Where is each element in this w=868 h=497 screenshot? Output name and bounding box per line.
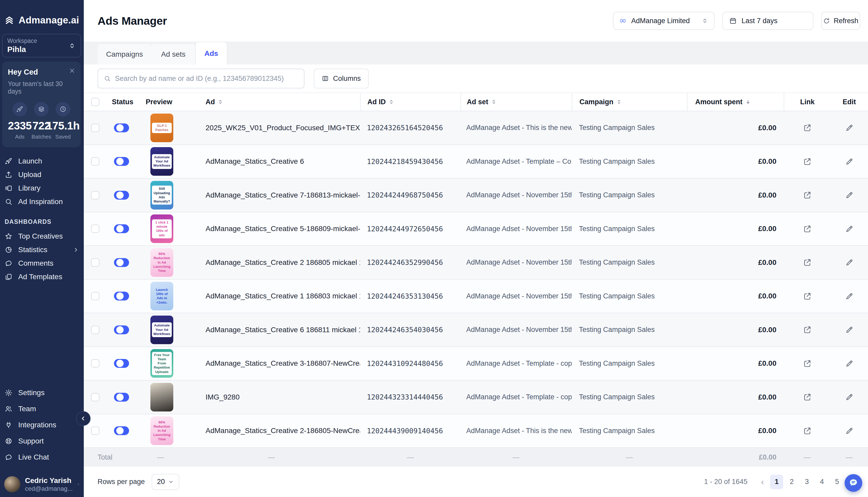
column-header-campaign[interactable]: Campaign: [571, 93, 687, 111]
tab-campaigns[interactable]: Campaigns: [98, 44, 151, 65]
ad-preview-thumb[interactable]: 90% Reduction in Ad Launching Time: [150, 248, 173, 277]
ad-name[interactable]: IMG_9280: [183, 393, 360, 401]
sidebar-item-integrations[interactable]: Integrations: [0, 417, 84, 433]
column-header-ad-set[interactable]: Ad set: [460, 93, 571, 111]
external-link-icon[interactable]: [803, 292, 811, 300]
ad-name[interactable]: AdManage_Statics_Creative 2-186805-NewCr…: [183, 427, 360, 435]
sidebar-item-ad-templates[interactable]: Ad Templates: [0, 270, 84, 284]
row-checkbox[interactable]: [91, 258, 99, 267]
edit-pencil-icon[interactable]: [845, 393, 853, 401]
sidebar-collapse-button[interactable]: [76, 411, 91, 426]
status-toggle[interactable]: [114, 157, 129, 166]
external-link-icon[interactable]: [803, 326, 811, 334]
column-header-amount-spent[interactable]: Amount spent: [687, 93, 784, 111]
column-header-preview[interactable]: Preview: [138, 93, 183, 111]
ad-preview-thumb[interactable]: Still Uploading Ads Manually?: [150, 181, 173, 210]
edit-pencil-icon[interactable]: [845, 124, 853, 132]
ad-preview-thumb[interactable]: 90% Reduction in Ad Launching Time: [150, 416, 173, 445]
row-checkbox[interactable]: [91, 225, 99, 233]
edit-pencil-icon[interactable]: [845, 258, 853, 267]
pagination-prev-button[interactable]: ‹: [757, 477, 768, 487]
row-checkbox[interactable]: [91, 157, 99, 166]
ad-name[interactable]: AdManage_Statics_Creative 7-186813-micka…: [183, 191, 360, 199]
ad-name[interactable]: AdManage_Statics_Creative 2 186805 micka…: [183, 258, 360, 267]
status-toggle[interactable]: [114, 292, 129, 300]
sidebar-item-statistics[interactable]: Statistics: [0, 243, 84, 257]
tab-ads[interactable]: Ads: [195, 42, 228, 65]
edit-pencil-icon[interactable]: [845, 225, 853, 233]
refresh-button[interactable]: Refresh: [821, 12, 860, 30]
edit-pencil-icon[interactable]: [845, 157, 853, 166]
external-link-icon[interactable]: [803, 427, 811, 435]
account-selector[interactable]: AdManage Limited: [613, 12, 715, 30]
search-input[interactable]: [115, 75, 298, 83]
chat-widget-button[interactable]: [844, 474, 862, 492]
sidebar-item-library[interactable]: Library: [0, 182, 84, 195]
sidebar-item-launch[interactable]: Launch: [0, 154, 84, 168]
external-link-icon[interactable]: [803, 393, 811, 401]
ad-preview-thumb[interactable]: [150, 383, 173, 411]
status-toggle[interactable]: [114, 426, 129, 435]
external-link-icon[interactable]: [803, 359, 811, 368]
sidebar-item-team[interactable]: Team: [0, 401, 84, 417]
ad-name[interactable]: AdManage_Statics_Creative 5-186809-micka…: [183, 225, 360, 233]
ad-preview-thumb[interactable]: GLP-1 Patches: [150, 114, 173, 142]
edit-pencil-icon[interactable]: [845, 191, 853, 199]
external-link-icon[interactable]: [803, 157, 811, 166]
date-range-picker[interactable]: Last 7 days: [722, 12, 813, 30]
sidebar-item-comments[interactable]: Comments: [0, 257, 84, 270]
page-button[interactable]: 1: [770, 475, 783, 489]
page-button[interactable]: 4: [815, 475, 828, 489]
status-toggle[interactable]: [114, 258, 129, 267]
sidebar-item-ad-inspiration[interactable]: Ad Inspiration: [0, 195, 84, 209]
tab-ad-sets[interactable]: Ad sets: [151, 44, 195, 65]
status-toggle[interactable]: [114, 393, 129, 402]
status-toggle[interactable]: [114, 359, 129, 368]
row-checkbox[interactable]: [91, 191, 99, 199]
rows-per-page-select[interactable]: 20: [152, 474, 179, 490]
ad-preview-thumb[interactable]: Automate Your Ad Workflows: [150, 315, 173, 344]
user-menu[interactable]: Cedric Yarish ced@admanag...: [0, 476, 84, 492]
sidebar-item-upload[interactable]: Upload: [0, 168, 84, 182]
column-header-status[interactable]: Status: [102, 93, 138, 111]
edit-pencil-icon[interactable]: [845, 292, 853, 300]
ad-name[interactable]: AdManage_Statics_Creative 6: [183, 157, 360, 166]
external-link-icon[interactable]: [803, 225, 811, 233]
columns-button[interactable]: Columns: [314, 69, 369, 88]
sidebar-item-support[interactable]: Support: [0, 433, 84, 449]
external-link-icon[interactable]: [803, 124, 811, 132]
close-icon[interactable]: [69, 67, 75, 74]
row-checkbox[interactable]: [91, 393, 99, 401]
row-checkbox[interactable]: [91, 427, 99, 435]
ad-preview-thumb[interactable]: Launch 100s of Ads in <1min.: [150, 282, 173, 310]
edit-pencil-icon[interactable]: [845, 326, 853, 334]
row-checkbox[interactable]: [91, 359, 99, 368]
sidebar-item-live-chat[interactable]: Live Chat: [0, 449, 84, 465]
page-button[interactable]: 2: [785, 475, 798, 489]
status-toggle[interactable]: [114, 191, 129, 200]
status-toggle[interactable]: [114, 224, 129, 233]
ad-name[interactable]: AdManage_Statics_Creative 6 186811 micka…: [183, 326, 360, 334]
row-checkbox[interactable]: [91, 124, 99, 132]
ad-name[interactable]: 2025_WK25_V01_Product_Focused_IMG+TEXT_(: [183, 124, 360, 132]
page-button[interactable]: 3: [800, 475, 813, 489]
select-all-checkbox[interactable]: [91, 98, 99, 106]
external-link-icon[interactable]: [803, 258, 811, 267]
ad-name[interactable]: AdManage_Statics_Creative 3-186807-NewCr…: [183, 359, 360, 368]
page-button[interactable]: 5: [830, 475, 843, 489]
row-checkbox[interactable]: [91, 292, 99, 300]
ad-preview-thumb[interactable]: Free Your Team From Repetitive Uploads: [150, 349, 173, 378]
ad-preview-thumb[interactable]: 1 click 1 minute 100s of ads: [150, 214, 173, 243]
edit-pencil-icon[interactable]: [845, 359, 853, 368]
sidebar-item-top-creatives[interactable]: Top Creatives: [0, 229, 84, 243]
external-link-icon[interactable]: [803, 191, 811, 199]
status-toggle[interactable]: [114, 325, 129, 334]
workspace-selector[interactable]: Workspace Pihla: [2, 34, 81, 57]
edit-pencil-icon[interactable]: [845, 427, 853, 435]
sidebar-item-settings[interactable]: Settings: [0, 385, 84, 401]
ad-preview-thumb[interactable]: Automate Your Ad Workflows: [150, 147, 173, 176]
status-toggle[interactable]: [114, 124, 129, 132]
row-checkbox[interactable]: [91, 326, 99, 334]
column-header-ad[interactable]: Ad: [183, 93, 360, 111]
column-header-ad-id[interactable]: Ad ID: [360, 93, 460, 111]
